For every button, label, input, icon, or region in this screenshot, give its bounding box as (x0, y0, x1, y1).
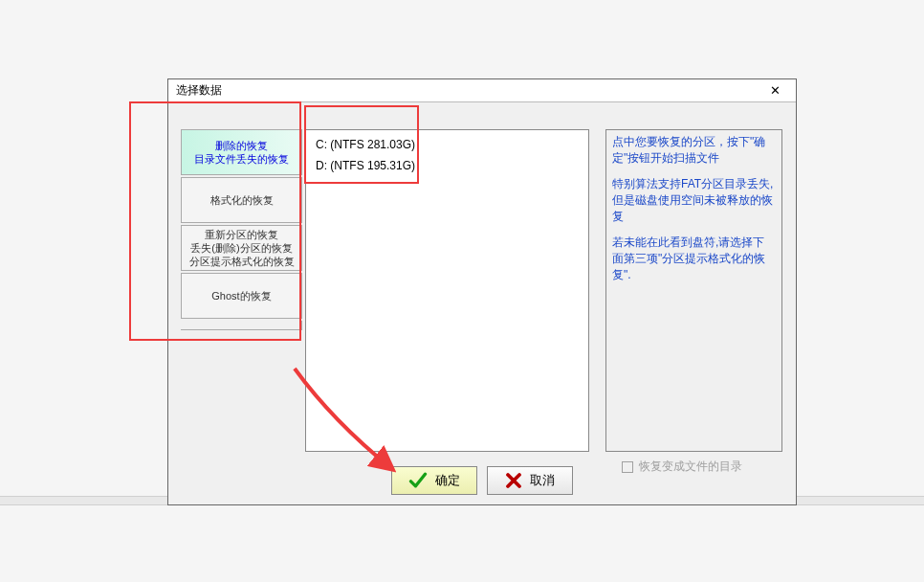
option-deleted-recovery[interactable]: 删除的恢复 目录文件丢失的恢复 (181, 129, 302, 175)
recovery-mode-panel: 删除的恢复 目录文件丢失的恢复 格式化的恢复 重新分区的恢复 丢失(删除)分区的… (181, 129, 302, 330)
option-label: 格式化的恢复 (210, 193, 274, 207)
hint-text: 若未能在此看到盘符,请选择下面第三项"分区提示格式化的恢复". (612, 235, 776, 283)
option-label: Ghost的恢复 (211, 289, 271, 302)
ok-label: 确定 (435, 472, 460, 489)
close-button[interactable]: ✕ (758, 79, 792, 101)
cancel-button[interactable]: 取消 (487, 466, 573, 495)
button-bar: 确定 取消 (168, 466, 796, 495)
panel-border (181, 321, 302, 330)
cancel-label: 取消 (530, 472, 555, 489)
ok-button[interactable]: 确定 (391, 466, 477, 495)
option-label: 丢失(删除)分区的恢复 (190, 241, 292, 255)
option-label: 重新分区的恢复 (205, 228, 278, 241)
cross-icon (505, 472, 522, 489)
hint-text: 特别算法支持FAT分区目录丢失,但是磁盘使用空间未被释放的恢复 (612, 176, 776, 225)
check-icon (408, 471, 428, 490)
drive-item[interactable]: C: (NTFS 281.03G) (306, 134, 588, 155)
hint-panel: 点中您要恢复的分区，按下"确定"按钮开始扫描文件 特别算法支持FAT分区目录丢失… (605, 129, 782, 452)
option-label: 删除的恢复 (215, 139, 268, 152)
titlebar: 选择数据 ✕ (168, 79, 796, 102)
drive-item[interactable]: D: (NTFS 195.31G) (306, 155, 588, 176)
select-data-dialog: 选择数据 ✕ 删除的恢复 目录文件丢失的恢复 格式化的恢复 重新分区的恢复 丢失… (167, 78, 797, 505)
hint-text: 点中您要恢复的分区，按下"确定"按钮开始扫描文件 (612, 134, 776, 167)
option-repartition-recovery[interactable]: 重新分区的恢复 丢失(删除)分区的恢复 分区提示格式化的恢复 (181, 225, 302, 271)
option-label: 分区提示格式化的恢复 (189, 255, 295, 268)
option-label: 目录文件丢失的恢复 (194, 152, 289, 166)
close-icon: ✕ (770, 83, 781, 98)
drive-list-panel: C: (NTFS 281.03G) D: (NTFS 195.31G) (305, 129, 589, 452)
option-format-recovery[interactable]: 格式化的恢复 (181, 177, 302, 223)
window-title: 选择数据 (176, 82, 222, 99)
option-ghost-recovery[interactable]: Ghost的恢复 (181, 273, 302, 319)
